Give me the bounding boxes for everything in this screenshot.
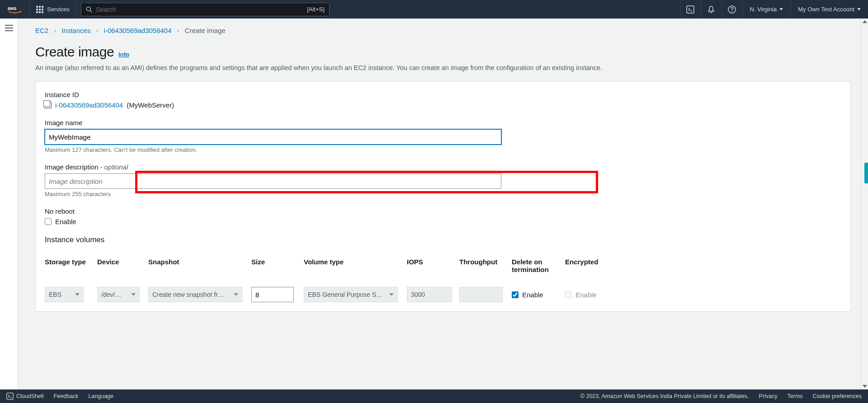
global-search[interactable]: [Alt+S] [81, 3, 330, 16]
svg-point-1 [86, 7, 90, 11]
aws-logo[interactable]: aws [0, 0, 30, 19]
account-menu[interactable]: My Own Test Account [790, 0, 868, 19]
caret-down-icon [857, 8, 861, 10]
account-label: My Own Test Account [798, 6, 854, 13]
svg-point-6 [731, 11, 732, 12]
services-label: Services [47, 6, 70, 13]
top-nav: aws Services [Alt+S] N. Virginia My Own … [0, 0, 868, 19]
search-icon [86, 6, 92, 13]
region-label: N. Virginia [750, 6, 777, 13]
notifications-icon-button[interactable] [701, 0, 722, 19]
search-input[interactable] [96, 6, 307, 13]
services-grid-icon [36, 6, 43, 13]
help-icon-button[interactable] [722, 0, 742, 19]
svg-line-2 [90, 10, 92, 12]
region-selector[interactable]: N. Virginia [742, 0, 791, 19]
svg-text:aws: aws [8, 6, 17, 11]
caret-down-icon [779, 8, 783, 10]
search-shortcut: [Alt+S] [307, 6, 325, 13]
cloudshell-icon-button[interactable] [680, 0, 701, 19]
services-menu[interactable]: Services [30, 0, 76, 19]
